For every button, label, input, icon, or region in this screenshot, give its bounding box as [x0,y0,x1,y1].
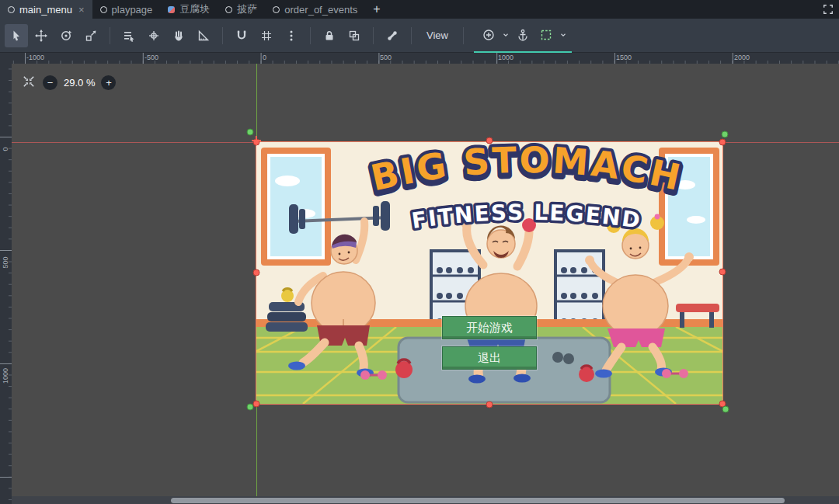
tab-label: 披萨 [237,2,257,16]
dashed-region-icon [540,29,552,41]
camera-override-button[interactable] [477,23,500,47]
smart-snap-icon [235,30,248,42]
add-scene-button[interactable]: + [365,0,388,19]
ruler-mark: 2000 [734,54,750,61]
lock-node-button[interactable] [318,24,341,47]
rotate-tool-button[interactable] [54,24,78,47]
tab-label: playpage [112,4,153,16]
selection-handle-bl[interactable] [253,401,260,408]
canvas-toolbar: View [0,19,839,53]
ruler-corner [0,53,12,64]
grid-snap-button[interactable] [255,24,278,47]
selection-handle-bm[interactable] [486,401,493,408]
zoom-out-button[interactable]: − [43,75,57,90]
lock-icon [323,30,336,42]
tab-label: order_of_events [284,4,357,16]
anchor-icon [517,29,529,41]
ruler-mark: 0 [263,54,266,61]
region-select-dropdown[interactable] [558,23,569,47]
zoom-in-button[interactable]: + [101,75,116,90]
plus-circle-icon [482,29,495,41]
zoom-controls: − 29.0 % + [21,75,116,90]
select-icon [10,30,23,42]
vertical-ruler[interactable]: 0 500 1000 [0,64,12,504]
smart-snap-button[interactable] [230,24,253,47]
bone-icon [386,30,399,42]
chevron-down-icon [559,31,567,39]
anchor-handle-br[interactable] [722,406,729,413]
move-tool-button[interactable] [30,24,53,47]
ruler-mark: 500 [2,252,9,273]
skeleton-options-button[interactable] [381,24,404,47]
anchor-handle-tr[interactable] [722,131,729,138]
ruler-row: -1000 -500 0 500 1000 1500 2000 [0,53,839,64]
list-select-button[interactable] [117,24,141,47]
center-view-button[interactable] [21,75,37,90]
toolbar-separator [411,27,412,44]
dumbbell-rack-right [555,251,604,327]
pan-tool-button[interactable] [167,24,190,47]
scale-tool-button[interactable] [79,24,103,47]
group-node-button[interactable] [343,24,366,47]
transform-pivot-button[interactable] [142,24,165,47]
ruler-mark: 1000 [2,365,9,387]
move-icon [35,30,47,42]
selection-handle-tr[interactable] [719,139,726,146]
selection-handle-tm[interactable] [486,137,493,144]
scene-icon [8,6,15,13]
camera-override-group [474,19,572,53]
horizontal-scrollbar[interactable] [12,496,839,504]
list-select-icon [123,30,135,42]
tab-order-of-events[interactable]: order_of_events [265,0,365,19]
ruler-icon [197,30,210,42]
ruler-mark: 1000 [498,54,513,61]
grid-snap-icon [260,30,273,42]
rotate-icon [60,30,72,42]
viewport-area: 0 500 1000 [0,64,839,504]
scale-icon [85,30,97,42]
view-menu-button[interactable]: View [419,24,456,47]
scene-tabs-bar: main_menu × playpage 豆腐块 披萨 order_of_eve… [0,0,839,19]
tab-pizza[interactable]: 披萨 [218,0,265,19]
distraction-free-icon[interactable] [817,0,839,19]
anchor-preset-button[interactable] [511,23,534,47]
toolbar-separator [463,27,464,44]
tab-playpage[interactable]: playpage [92,0,161,19]
scene-icon [225,6,232,13]
camera-override-dropdown[interactable] [500,23,511,47]
tabbar-spacer [388,0,817,19]
zoom-level[interactable]: 29.0 % [64,77,95,89]
2d-canvas[interactable]: BIG STOMACH BIG STOMACH FITNESS LEGEND 开… [12,64,839,504]
toolbar-separator [222,27,223,44]
close-icon[interactable]: × [78,4,85,16]
anchor-handle-bl[interactable] [247,404,254,411]
region-select-button[interactable] [534,23,558,47]
pivot-cross [251,135,262,149]
snap-options-button[interactable] [280,24,303,47]
quit-button[interactable]: 退出 [442,346,537,370]
godot-editor-window: main_menu × playpage 豆腐块 披萨 order_of_eve… [0,0,839,504]
ruler-mark: 500 [380,54,392,61]
selection-handle-ml[interactable] [253,269,260,276]
ruler-mark: -1000 [26,54,44,61]
scrollbar-thumb[interactable] [171,498,785,503]
horizontal-ruler[interactable]: -1000 -500 0 500 1000 1500 2000 [12,53,839,64]
ruler-tool-button[interactable] [192,24,215,47]
select-tool-button[interactable] [5,24,28,47]
selection-handle-mr[interactable] [719,269,726,276]
scene-icon [273,6,280,13]
kebab-menu-icon [285,30,298,42]
tab-main-menu[interactable]: main_menu × [0,0,92,19]
main-menu-scene[interactable]: BIG STOMACH BIG STOMACH FITNESS LEGEND 开… [256,142,722,404]
start-game-button[interactable]: 开始游戏 [442,316,537,339]
toolbar-separator [110,27,110,44]
pan-icon [172,30,185,42]
ruler-mark: 1500 [616,54,632,61]
scene-icon [168,6,175,13]
chevron-down-icon [502,31,510,39]
tab-label: main_menu [19,4,72,16]
pivot-icon [148,30,160,42]
tab-tofu-block[interactable]: 豆腐块 [160,0,218,19]
tab-label: 豆腐块 [179,2,210,16]
center-view-icon [22,75,36,89]
